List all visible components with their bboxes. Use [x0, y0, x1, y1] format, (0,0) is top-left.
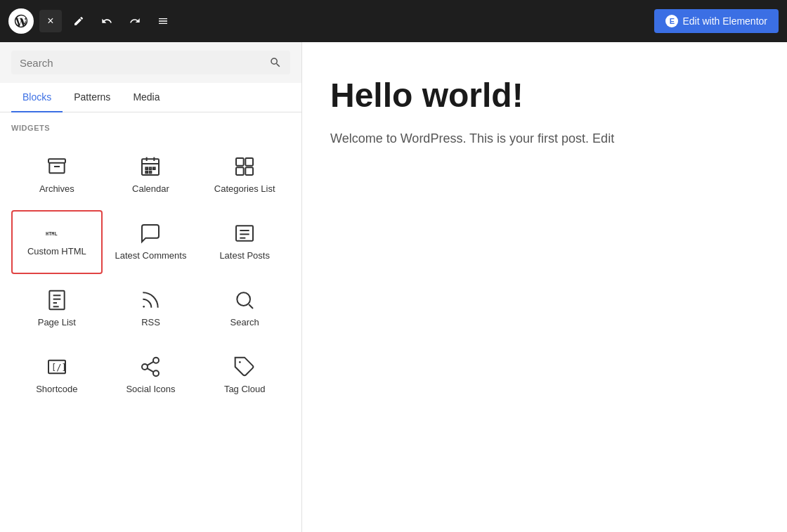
rss-icon	[139, 289, 162, 311]
latest-comments-label: Latest Comments	[115, 250, 187, 262]
page-list-label: Page List	[38, 317, 76, 329]
svg-rect-12	[245, 158, 253, 166]
search-bar	[0, 42, 301, 83]
custom-html-label: Custom HTML	[27, 246, 86, 258]
sidebar: Blocks Patterns Media WIDGETS Archives C…	[0, 42, 302, 532]
widgets-section-label: WIDGETS	[0, 112, 301, 138]
top-bar: × E Edit with Elementor	[0, 0, 787, 42]
menu-icon-button[interactable]	[152, 10, 174, 32]
archives-label: Archives	[39, 183, 74, 195]
elementor-icon: E	[665, 15, 678, 27]
comments-icon	[139, 222, 162, 245]
undo-icon-button[interactable]	[96, 10, 118, 32]
svg-line-30	[148, 368, 154, 372]
svg-text:HTML: HTML	[46, 231, 58, 237]
archives-icon	[46, 155, 68, 178]
widget-shortcode[interactable]: [/] Shortcode	[11, 344, 103, 408]
svg-rect-11	[236, 158, 244, 166]
tabs: Blocks Patterns Media	[0, 83, 301, 112]
svg-rect-10	[150, 171, 152, 174]
shortcode-icon: [/]	[46, 356, 68, 378]
tag-cloud-label: Tag Cloud	[224, 384, 266, 396]
search-input[interactable]	[20, 57, 264, 69]
widget-tag-cloud[interactable]: Tag Cloud	[199, 344, 290, 408]
tab-blocks[interactable]: Blocks	[11, 83, 63, 112]
svg-line-27	[249, 304, 253, 309]
svg-point-25	[143, 306, 145, 308]
post-excerpt: Welcome to WordPress. This is your first…	[330, 129, 759, 149]
search-icon-button[interactable]	[269, 56, 282, 69]
tab-patterns[interactable]: Patterns	[63, 83, 122, 112]
categories-label: Categories List	[214, 183, 275, 195]
wordpress-logo	[8, 8, 34, 34]
search-label: Search	[230, 317, 259, 329]
calendar-label: Calendar	[132, 183, 169, 195]
page-list-icon	[46, 289, 68, 311]
widget-page-list[interactable]: Page List	[11, 277, 103, 341]
redo-icon-button[interactable]	[124, 10, 146, 32]
calendar-icon	[139, 155, 162, 178]
widget-categories-list[interactable]: Categories List	[199, 143, 290, 207]
widget-latest-posts[interactable]: Latest Posts	[199, 210, 290, 274]
widget-social-icons[interactable]: Social Icons	[105, 344, 197, 408]
tab-media[interactable]: Media	[122, 83, 171, 112]
search-widget-icon	[233, 289, 256, 311]
svg-line-31	[148, 361, 154, 365]
post-title: Hello world!	[330, 76, 759, 115]
latest-posts-label: Latest Posts	[219, 250, 270, 262]
widget-calendar[interactable]: Calendar	[105, 143, 197, 207]
latest-posts-icon	[233, 222, 256, 245]
main-layout: Blocks Patterns Media WIDGETS Archives C…	[0, 42, 787, 532]
svg-text:[/]: [/]	[51, 363, 67, 372]
svg-rect-9	[146, 171, 148, 174]
widgets-grid: Archives Calendar Categories List HTML	[0, 138, 301, 419]
social-icons-label: Social Icons	[126, 384, 175, 396]
svg-rect-13	[236, 167, 244, 175]
content-area: Hello world! Welcome to WordPress. This …	[302, 42, 787, 532]
edit-with-elementor-button[interactable]: E Edit with Elementor	[654, 9, 779, 33]
svg-rect-14	[245, 167, 253, 175]
tag-cloud-icon	[233, 356, 256, 378]
widget-archives[interactable]: Archives	[11, 143, 103, 207]
widget-latest-comments[interactable]: Latest Comments	[105, 210, 197, 274]
svg-rect-7	[150, 167, 152, 169]
search-input-wrap	[11, 51, 290, 74]
shortcode-label: Shortcode	[36, 384, 77, 396]
social-icons-icon	[139, 356, 162, 378]
widget-custom-html[interactable]: HTML Custom HTML	[11, 210, 103, 274]
widget-search[interactable]: Search	[199, 277, 290, 341]
svg-rect-6	[146, 167, 148, 169]
rss-label: RSS	[141, 317, 160, 329]
custom-html-icon: HTML	[46, 226, 68, 240]
widget-rss[interactable]: RSS	[105, 277, 197, 341]
svg-rect-8	[153, 167, 155, 169]
pencil-icon-button[interactable]	[67, 10, 90, 32]
close-button[interactable]: ×	[39, 10, 62, 32]
svg-rect-0	[48, 159, 65, 162]
svg-point-26	[237, 292, 250, 306]
categories-icon	[233, 155, 256, 178]
